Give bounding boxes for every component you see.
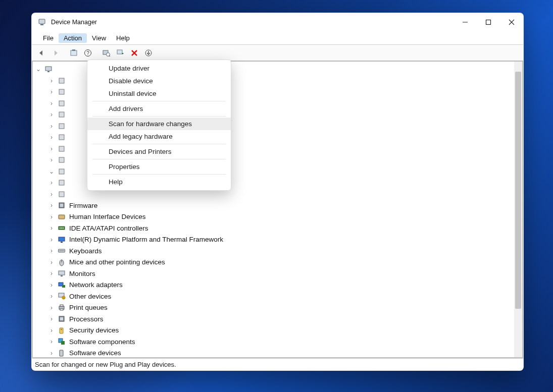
svg-rect-38: [61, 242, 63, 243]
action-menu-dropdown[interactable]: Update driverDisable deviceUninstall dev…: [87, 60, 231, 191]
tree-node-label: Print queues: [69, 304, 108, 311]
enable-button[interactable]: [142, 46, 155, 60]
chevron-icon[interactable]: ›: [49, 100, 54, 107]
chevron-icon[interactable]: ›: [49, 123, 54, 130]
tree-node[interactable]: › Monitors: [36, 268, 514, 279]
scrollbar-thumb[interactable]: [515, 72, 521, 309]
action-menu-item[interactable]: Update driver: [87, 62, 231, 75]
action-menu-item[interactable]: Scan for hardware changes: [87, 118, 231, 130]
tree-node[interactable]: › Software components: [36, 336, 514, 348]
action-menu-item[interactable]: Properties: [87, 160, 231, 173]
tree-node-label: Firmware: [69, 202, 97, 209]
chevron-icon[interactable]: ›: [49, 338, 54, 345]
chevron-icon[interactable]: ›: [49, 282, 54, 289]
chevron-icon[interactable]: ›: [49, 77, 54, 84]
generic-icon: [57, 110, 66, 119]
tree-node[interactable]: › Print queues: [36, 302, 514, 314]
menu-view[interactable]: View: [87, 33, 111, 43]
chevron-icon[interactable]: ›: [49, 111, 54, 118]
svg-rect-26: [59, 157, 64, 162]
chevron-icon[interactable]: ⌄: [49, 168, 54, 175]
tree-node[interactable]: › ? Other devices: [36, 291, 514, 302]
chevron-icon[interactable]: ›: [49, 225, 54, 232]
tree-node[interactable]: › Keyboards: [36, 245, 514, 257]
uninstall-button[interactable]: [128, 46, 141, 60]
hid-icon: [57, 213, 66, 221]
menu-file[interactable]: File: [38, 33, 59, 43]
chevron-icon[interactable]: ›: [49, 270, 54, 277]
statusbar: Scan for changed or new Plug and Play de…: [32, 358, 523, 370]
generic-icon: [57, 156, 66, 164]
minimize-button[interactable]: [454, 13, 477, 31]
svg-point-56: [61, 328, 62, 330]
menu-separator: [92, 174, 226, 175]
chevron-icon[interactable]: ›: [49, 350, 54, 357]
back-button[interactable]: [35, 46, 48, 60]
forward-button[interactable]: [49, 46, 62, 60]
tree-node[interactable]: › Software devices: [36, 348, 514, 358]
tree-node[interactable]: › Mice and other pointing devices: [36, 257, 514, 268]
maximize-button[interactable]: [477, 13, 500, 31]
update-driver-button[interactable]: [114, 46, 127, 60]
ide-icon: [57, 224, 66, 232]
svg-rect-21: [59, 101, 64, 106]
chevron-icon[interactable]: ›: [49, 236, 54, 243]
svg-rect-44: [61, 275, 63, 276]
tree-node[interactable]: › Security devices: [36, 325, 514, 337]
generic-icon: [57, 179, 66, 187]
chevron-icon[interactable]: ›: [49, 202, 54, 209]
menubar: File Action View Help: [32, 31, 523, 44]
menu-help[interactable]: Help: [111, 33, 135, 43]
chevron-icon[interactable]: ›: [49, 213, 54, 220]
chevron-down-icon[interactable]: ⌄: [36, 66, 41, 73]
tree-node-label: Processors: [69, 315, 104, 323]
scan-button[interactable]: [99, 46, 113, 60]
tree-node[interactable]: › Processors: [36, 313, 514, 325]
action-menu-item[interactable]: Uninstall device: [87, 87, 231, 100]
chevron-icon[interactable]: ›: [49, 145, 54, 152]
action-menu-item[interactable]: Disable device: [87, 75, 231, 87]
action-menu-item[interactable]: Add legacy hardware: [87, 130, 231, 143]
chevron-icon[interactable]: ›: [49, 179, 54, 186]
chevron-icon[interactable]: ›: [49, 191, 54, 198]
tree-node[interactable]: › Network adapters: [36, 279, 514, 291]
mouse-icon: [57, 258, 66, 266]
chevron-icon[interactable]: ›: [49, 304, 54, 311]
action-menu-item[interactable]: Add drivers: [87, 102, 231, 115]
chip-icon: [57, 201, 66, 209]
tree-node[interactable]: › Firmware: [36, 200, 514, 211]
menu-separator: [92, 144, 226, 144]
help-button[interactable]: ?: [81, 46, 94, 60]
chevron-icon[interactable]: ›: [49, 315, 54, 322]
action-menu-item[interactable]: Help: [87, 176, 231, 188]
chevron-icon[interactable]: ›: [49, 259, 54, 266]
svg-point-36: [63, 228, 64, 229]
chevron-icon[interactable]: ›: [49, 327, 54, 334]
tree-node-label: Security devices: [69, 326, 119, 334]
tree-node-label: Mice and other pointing devices: [69, 258, 165, 266]
svg-rect-22: [59, 112, 64, 117]
svg-rect-19: [59, 78, 64, 83]
other-icon: ?: [57, 292, 66, 300]
svg-rect-25: [59, 146, 64, 151]
svg-rect-20: [59, 89, 64, 94]
action-menu-item[interactable]: Devices and Printers: [87, 145, 231, 158]
generic-icon: [57, 190, 66, 198]
close-button[interactable]: [500, 13, 523, 31]
chevron-icon[interactable]: ›: [49, 293, 54, 300]
chevron-icon[interactable]: ›: [49, 88, 54, 95]
svg-rect-52: [60, 309, 63, 310]
tree-node[interactable]: › Human Interface Devices: [36, 211, 514, 223]
chevron-icon[interactable]: ›: [49, 156, 54, 163]
svg-rect-37: [59, 237, 65, 241]
chevron-icon[interactable]: ›: [49, 134, 54, 141]
tree-node[interactable]: › Intel(R) Dynamic Platform and Thermal …: [36, 234, 514, 246]
tree-node[interactable]: › IDE ATA/ATAPI controllers: [36, 222, 514, 234]
scrollbar[interactable]: [514, 62, 522, 357]
software-dev-icon: [57, 349, 66, 357]
menu-action[interactable]: Action: [59, 33, 87, 43]
svg-rect-59: [60, 350, 63, 356]
chevron-icon[interactable]: ›: [49, 247, 54, 254]
tree-node-label: Network adapters: [69, 281, 123, 289]
show-hidden-button[interactable]: [67, 46, 80, 60]
